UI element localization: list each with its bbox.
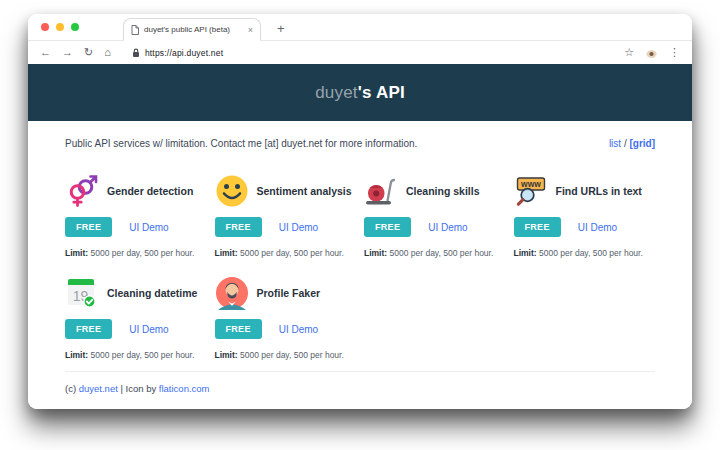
limit-label: Limit: (65, 248, 88, 258)
browser-toolbar: ← → ↻ ⌂ https://api.duyet.net ☆ ⋮ (28, 41, 692, 64)
card-title: Find URLs in text (556, 185, 642, 197)
www-search-icon: www (514, 174, 548, 208)
card-limit: Limit: 5000 per day, 500 per hour. (215, 248, 357, 258)
free-badge[interactable]: FREE (215, 217, 262, 237)
card-limit: Limit: 5000 per day, 500 per hour. (65, 248, 207, 258)
api-grid: Gender detection FREE UI Demo Limit: 500… (65, 173, 655, 360)
free-badge[interactable]: FREE (65, 217, 112, 237)
free-badge[interactable]: FREE (65, 319, 112, 339)
card-limit: Limit: 5000 per day, 500 per hour. (215, 350, 357, 360)
lock-icon (132, 48, 140, 58)
ui-demo-link[interactable]: UI Demo (279, 222, 318, 233)
address-bar[interactable]: https://api.duyet.net (122, 48, 613, 58)
vacuum-icon (364, 174, 398, 208)
tab-bar: duyet's public API (beta) × + (28, 14, 692, 41)
card-title: Sentiment analysis (257, 185, 352, 197)
view-switch: list / [grid] (609, 138, 655, 149)
limit-label: Limit: (65, 350, 88, 360)
minimize-window-button[interactable] (56, 23, 64, 31)
smiley-icon (215, 174, 249, 208)
footer-mid: | Icon by (118, 383, 159, 394)
card-title: Profile Faker (257, 287, 321, 299)
back-icon[interactable]: ← (40, 47, 51, 58)
card-title: Cleaning datetime (107, 287, 197, 299)
card-title: Cleaning skills (406, 185, 480, 197)
limit-label: Limit: (215, 248, 238, 258)
free-badge[interactable]: FREE (364, 217, 411, 237)
page-favicon-icon (131, 25, 139, 35)
close-window-button[interactable] (41, 23, 49, 31)
ui-demo-link[interactable]: UI Demo (578, 222, 617, 233)
api-card: Gender detection FREE UI Demo Limit: 500… (65, 173, 207, 258)
page-footer: (c) duyet.net | Icon by flaticon.com (65, 372, 655, 409)
api-card: Profile Faker FREE UI Demo Limit: 5000 p… (215, 275, 357, 360)
profile-icon (215, 276, 249, 310)
footer-flaticon-link[interactable]: flaticon.com (159, 383, 210, 394)
limit-text: 5000 per day, 500 per hour. (238, 248, 344, 258)
reload-icon[interactable]: ↻ (84, 47, 93, 58)
page-content: Public API services w/ limitation. Conta… (28, 121, 692, 409)
ui-demo-link[interactable]: UI Demo (428, 222, 467, 233)
free-badge[interactable]: FREE (514, 217, 561, 237)
limit-text: 5000 per day, 500 per hour. (238, 350, 344, 360)
forward-icon[interactable]: → (62, 47, 73, 58)
tab-close-icon[interactable]: × (248, 25, 253, 35)
ui-demo-link[interactable]: UI Demo (129, 222, 168, 233)
bookmark-star-icon[interactable]: ☆ (624, 47, 634, 58)
card-limit: Limit: 5000 per day, 500 per hour. (364, 248, 506, 258)
api-card: 19 Cleaning datetime FREE UI Demo Limit:… (65, 275, 207, 360)
free-badge[interactable]: FREE (215, 319, 262, 339)
limit-text: 5000 per day, 500 per hour. (537, 248, 643, 258)
footer-duyet-link[interactable]: duyet.net (79, 383, 118, 394)
page-title-muted: duyet (315, 83, 358, 102)
site-header: duyet's API (28, 64, 692, 121)
view-list-link[interactable]: list (609, 138, 621, 149)
api-card: www Find URLs in text FREE UI Demo Limit… (514, 173, 656, 258)
url-text: https://api.duyet.net (145, 48, 223, 58)
svg-text:www: www (520, 179, 541, 189)
api-card: Cleaning skills FREE UI Demo Limit: 5000… (364, 173, 506, 258)
browser-window: duyet's public API (beta) × + ← → ↻ ⌂ ht… (28, 14, 692, 409)
new-tab-button[interactable]: + (277, 21, 285, 36)
limit-label: Limit: (514, 248, 537, 258)
browser-menu-icon[interactable]: ⋮ (669, 47, 680, 58)
browser-tab[interactable]: duyet's public API (beta) × (123, 18, 261, 41)
api-card: Sentiment analysis FREE UI Demo Limit: 5… (215, 173, 357, 258)
card-limit: Limit: 5000 per day, 500 per hour. (514, 248, 656, 258)
ui-demo-link[interactable]: UI Demo (279, 324, 318, 335)
page-title: duyet's API (315, 83, 405, 103)
card-limit: Limit: 5000 per day, 500 per hour. (65, 350, 207, 360)
tab-title: duyet's public API (beta) (144, 25, 243, 34)
limit-text: 5000 per day, 500 per hour. (88, 350, 194, 360)
limit-label: Limit: (364, 248, 387, 258)
fullscreen-window-button[interactable] (71, 23, 79, 31)
limit-label: Limit: (215, 350, 238, 360)
footer-copy: (c) (65, 383, 79, 394)
home-icon[interactable]: ⌂ (104, 47, 111, 58)
gender-icon (65, 174, 99, 208)
ui-demo-link[interactable]: UI Demo (129, 324, 168, 335)
limit-text: 5000 per day, 500 per hour. (88, 248, 194, 258)
window-controls (41, 23, 79, 31)
profile-avatar[interactable] (646, 47, 657, 58)
view-grid-link[interactable]: [grid] (629, 138, 655, 149)
page-title-strong: 's API (358, 83, 405, 102)
intro-text: Public API services w/ limitation. Conta… (65, 138, 417, 149)
calendar-icon: 19 (65, 276, 99, 310)
limit-text: 5000 per day, 500 per hour. (387, 248, 493, 258)
card-title: Gender detection (107, 185, 193, 197)
